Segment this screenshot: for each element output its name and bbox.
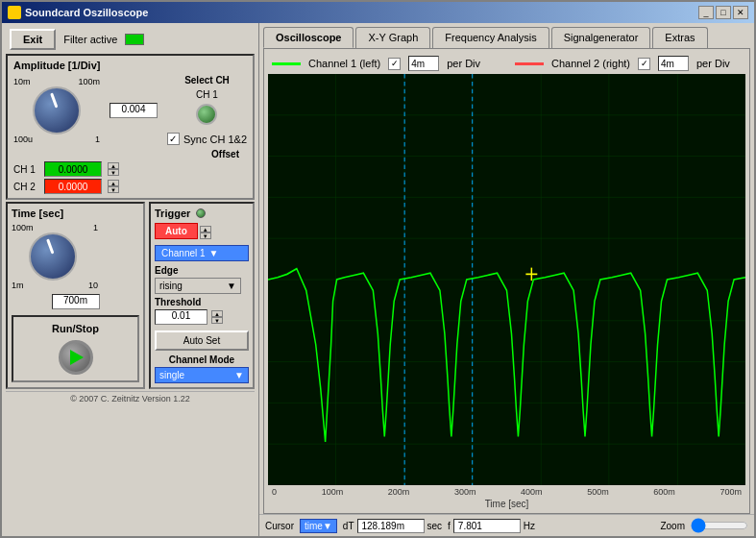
ch2-offset-input[interactable]	[44, 179, 102, 194]
ch1-enable-checkbox[interactable]	[388, 58, 401, 70]
window-controls: _ □ ✕	[698, 6, 748, 19]
ch1-offset-label: CH 1	[13, 164, 40, 175]
threshold-label: Threshold	[155, 297, 249, 307]
trigger-mode-down[interactable]: ▼	[200, 232, 211, 239]
close-button[interactable]: ✕	[733, 6, 748, 19]
trigger-mode-row: Auto ▲ ▼	[155, 223, 249, 242]
ch2-spin-down[interactable]: ▼	[108, 186, 119, 193]
ch2-offset-label: CH 2	[13, 182, 40, 192]
left-panel: Exit Filter active Amplitude [1/Div] 10m…	[2, 23, 259, 536]
amplitude-knob[interactable]	[33, 86, 81, 134]
play-icon	[70, 350, 84, 365]
dt-value: 128.189m	[357, 519, 425, 533]
ch2-spin-up[interactable]: ▲	[108, 180, 119, 186]
amplitude-section: Amplitude [1/Div] 10m 100m 100u 1 0.004 …	[6, 54, 255, 200]
trigger-channel-arrow: ▼	[209, 248, 219, 258]
ch2-spinbox: ▲ ▼	[108, 180, 119, 193]
amp-label-10m: 10m	[13, 77, 31, 86]
main-content: Exit Filter active Amplitude [1/Div] 10m…	[2, 23, 754, 536]
trigger-auto-button[interactable]: Auto	[155, 223, 198, 239]
channel-mode-arrow: ▼	[234, 370, 244, 380]
time-knob[interactable]	[29, 232, 77, 281]
f-value: 7.801	[453, 519, 521, 533]
channel-mode-label: Channel Mode	[155, 355, 249, 365]
maximize-button[interactable]: □	[716, 6, 731, 19]
x-label-400m: 400m	[521, 487, 543, 497]
ch1-offset-input[interactable]	[44, 161, 102, 177]
amplitude-title: Amplitude [1/Div]	[13, 60, 247, 71]
run-stop-label: Run/Stop	[52, 323, 99, 334]
time-value-area: 700m	[12, 294, 139, 309]
edge-dropdown[interactable]: rising ▼	[155, 278, 241, 294]
sync-label: Sync CH 1&2	[183, 134, 247, 145]
oscilloscope-display[interactable]	[268, 74, 745, 485]
threshold-spin-up[interactable]: ▲	[211, 310, 223, 317]
trigger-channel-dropdown[interactable]: Channel 1 ▼	[155, 245, 249, 261]
ch1-spin-down[interactable]: ▼	[108, 169, 119, 176]
ch1-spin-up[interactable]: ▲	[108, 162, 119, 169]
sync-checkbox[interactable]	[167, 133, 180, 145]
cursor-type-dropdown[interactable]: time ▼	[300, 519, 337, 533]
edge-section: Edge rising ▼	[155, 265, 249, 294]
ch2-label-display: Channel 2 (right)	[551, 58, 630, 69]
ch2-enable-checkbox[interactable]	[638, 58, 650, 70]
threshold-section: Threshold 0.01 ▲ ▼	[155, 297, 249, 325]
x-axis-labels: 0 100m 200m 300m 400m 500m 600m 700m	[268, 485, 745, 499]
tab-signalgenerator[interactable]: Signalgenerator	[551, 27, 651, 48]
amplitude-knob-area: 10m 100m 100u 1 0.004 Select CH CH 1	[13, 75, 247, 145]
channel-mode-section: Channel Mode single ▼	[155, 355, 249, 383]
trigger-section: Trigger Auto ▲ ▼ Channel 1 ▼	[149, 202, 255, 389]
right-panel: Oscilloscope X-Y Graph Frequency Analysi…	[259, 23, 754, 536]
channel-mode-dropdown[interactable]: single ▼	[155, 367, 249, 383]
time-section: Time [sec] 100m 1 1m 10 700m Run/Stop	[6, 202, 145, 389]
tab-xy-graph[interactable]: X-Y Graph	[355, 27, 430, 48]
run-stop-section: Run/Stop	[12, 315, 139, 382]
auto-set-button[interactable]: Auto Set	[155, 330, 249, 351]
ch1-offset-row: CH 1 ▲ ▼	[13, 161, 247, 177]
oscilloscope-grid	[268, 74, 745, 485]
app-icon	[8, 6, 21, 19]
minimize-button[interactable]: _	[698, 6, 714, 19]
edge-arrow: ▼	[227, 281, 236, 291]
ch1-per-div-unit: per Div	[447, 58, 480, 69]
amp-label-100m: 100m	[78, 77, 100, 86]
cursor-type-arrow: ▼	[323, 521, 332, 531]
ch1-per-div-input[interactable]	[408, 56, 439, 71]
x-label-200m: 200m	[388, 487, 410, 497]
time-value-input[interactable]: 700m	[52, 294, 100, 309]
exit-button[interactable]: Exit	[10, 29, 56, 50]
ch1-indicator[interactable]	[196, 104, 217, 125]
f-field: f 7.801 Hz	[448, 519, 535, 533]
ch2-per-div-input[interactable]	[658, 56, 689, 71]
f-label: f	[448, 521, 451, 531]
select-ch-area: Select CH CH 1 Sync CH 1&2	[167, 75, 247, 145]
x-label-0: 0	[272, 487, 277, 497]
ch1-label: CH 1	[196, 89, 218, 100]
copyright-text: © 2007 C. Zeitnitz Version 1.22	[6, 391, 255, 405]
time-label-100m: 100m	[12, 223, 34, 232]
x-label-700m: 700m	[719, 487, 742, 497]
amplitude-knob-container: 10m 100m 100u 1	[13, 77, 100, 144]
tab-oscilloscope[interactable]: Oscilloscope	[263, 27, 354, 48]
amplitude-value-input[interactable]: 0.004	[110, 103, 158, 118]
tab-extras[interactable]: Extras	[652, 27, 707, 48]
threshold-spin-down[interactable]: ▼	[211, 317, 223, 324]
time-title: Time [sec]	[12, 208, 139, 219]
threshold-input-row: 0.01 ▲ ▼	[155, 309, 249, 325]
channel-controls: Channel 1 (left) per Div Channel 2 (righ…	[268, 53, 745, 74]
offset-area: Offset CH 1 ▲ ▼ CH 2 ▲	[13, 149, 247, 194]
sync-row: Sync CH 1&2	[167, 133, 247, 145]
select-ch-label: Select CH	[184, 75, 230, 86]
run-stop-button[interactable]	[59, 340, 93, 375]
x-axis-title: Time [sec]	[268, 499, 745, 509]
zoom-slider[interactable]	[691, 518, 748, 533]
offset-title: Offset	[13, 149, 239, 159]
trigger-label: Trigger	[155, 208, 190, 219]
threshold-value-input[interactable]: 0.01	[155, 309, 207, 325]
dt-field: dT 128.189m sec	[343, 519, 442, 533]
ch1-color-indicator	[272, 62, 301, 65]
title-bar: Soundcard Oszilloscope _ □ ✕	[2, 2, 754, 23]
trigger-mode-arrows: ▲ ▼	[200, 226, 211, 239]
trigger-mode-up[interactable]: ▲	[200, 226, 211, 232]
tab-frequency-analysis[interactable]: Frequency Analysis	[432, 27, 549, 48]
